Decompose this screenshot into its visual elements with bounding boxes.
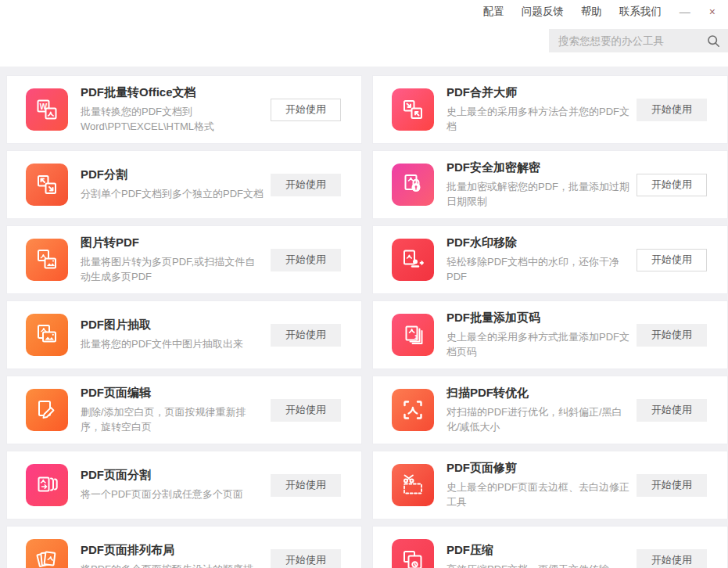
tool-description: 批量加密或解密您的PDF，批量添加过期日期限制 xyxy=(446,179,630,210)
tool-description: 将一个PDF页面分割成任意多个页面 xyxy=(81,487,264,502)
tool-card: PDF水印移除 轻松移除PDF文档中的水印，还你干净PDF 开始使用 xyxy=(372,225,728,294)
tool-description: 批量将您的PDF文件中图片抽取出来 xyxy=(81,336,264,352)
tool-card: PDF页面编辑 删除/添加空白页，页面按规律重新排序，旋转空白页 开始使用 xyxy=(6,376,362,444)
tool-card: PDF图片抽取 批量将您的PDF文件中图片抽取出来 开始使用 xyxy=(6,300,362,369)
tool-title: PDF水印移除 xyxy=(446,235,630,250)
tool-description: 高效压缩PDF文档，更便于文件传输 xyxy=(446,562,630,568)
pdf-compress-icon xyxy=(392,539,434,568)
start-using-button[interactable]: 开始使用 xyxy=(271,474,341,497)
svg-text:1: 1 xyxy=(414,333,418,340)
tool-title: PDF页面修剪 xyxy=(446,461,630,476)
tool-description: 分割单个PDF文档到多个独立的PDF文档 xyxy=(81,186,264,202)
tool-description: 批量转换您的PDF文档到 Word\PPT\EXCEL\HTML格式 xyxy=(81,104,264,135)
pdf-image-extract-icon xyxy=(26,314,68,356)
tool-title: PDF页面编辑 xyxy=(81,386,264,401)
scan-optimize-icon xyxy=(392,389,434,431)
tool-title: PDF批量转Office文档 xyxy=(81,85,264,100)
page-trim-icon xyxy=(392,464,434,506)
tool-card: PDF页面分割 将一个PDF页面分割成任意多个页面 开始使用 xyxy=(6,451,362,519)
start-using-button[interactable]: 开始使用 xyxy=(637,399,707,422)
tool-card-grid: W PDF批量转Office文档 批量转换您的PDF文档到 Word\PPT\E… xyxy=(0,67,728,568)
tool-card: 扫描PDF转优化 对扫描的PDF进行优化，纠斜偏正/黑白化/减低大小 开始使用 xyxy=(372,376,728,444)
start-using-button[interactable]: 开始使用 xyxy=(637,174,707,196)
start-using-button[interactable]: 开始使用 xyxy=(271,324,341,347)
minimize-button[interactable]: — xyxy=(670,4,700,20)
pdf-split-icon xyxy=(26,164,68,206)
watermark-remove-icon xyxy=(392,239,434,281)
tool-card: PDF分割 分割单个PDF文档到多个独立的PDF文档 开始使用 xyxy=(6,150,362,219)
tool-description: 史上最全的PDF页面去边框、去白边修正工具 xyxy=(446,480,630,510)
menu-item-help[interactable]: 帮助 xyxy=(572,2,611,22)
menu-item-config[interactable]: 配置 xyxy=(475,2,513,22)
start-using-button[interactable]: 开始使用 xyxy=(271,99,341,121)
image-to-pdf-icon xyxy=(26,239,68,281)
close-button[interactable]: × xyxy=(700,4,725,20)
tool-card: PDF安全加密解密 批量加密或解密您的PDF，批量添加过期日期限制 开始使用 xyxy=(372,150,728,219)
tool-title: PDF安全加密解密 xyxy=(446,160,630,175)
pdf-to-office-icon: W xyxy=(26,88,68,131)
menubar: 配置 问题反馈 帮助 联系我们 — × xyxy=(475,2,725,22)
start-using-button[interactable]: 开始使用 xyxy=(637,249,707,271)
tool-title: PDF合并大师 xyxy=(446,85,630,100)
tool-title: PDF页面分割 xyxy=(81,468,264,483)
start-using-button[interactable]: 开始使用 xyxy=(271,174,341,196)
tool-description: 删除/添加空白页，页面按规律重新排序，旋转空白页 xyxy=(81,404,264,435)
tool-description: 史上最全的采用多种方式批量添加PDF文档页码 xyxy=(446,329,630,360)
page-split-icon xyxy=(26,464,68,506)
tool-card: PDF合并大师 史上最全的采用多种方法合并您的PDF文档 开始使用 xyxy=(372,75,728,144)
tool-card: 图片转PDF 批量将图片转为多页PDF,或扫描文件自动生成多页PDF 开始使用 xyxy=(6,225,362,294)
page-number-icon: 1 xyxy=(392,314,434,356)
pdf-encrypt-icon xyxy=(392,164,434,206)
tool-description: 将PDF的多个页面按预先设计的顺序排 xyxy=(81,562,264,568)
tool-description: 批量将图片转为多页PDF,或扫描文件自动生成多页PDF xyxy=(81,254,264,285)
tool-card: W PDF批量转Office文档 批量转换您的PDF文档到 Word\PPT\E… xyxy=(6,75,362,144)
menu-item-feedback[interactable]: 问题反馈 xyxy=(513,2,572,22)
tool-description: 轻松移除PDF文档中的水印，还你干净PDF xyxy=(446,254,630,285)
tool-title: PDF分割 xyxy=(81,167,264,182)
start-using-button[interactable]: 开始使用 xyxy=(271,399,341,422)
search-input[interactable] xyxy=(549,35,707,47)
start-using-button[interactable]: 开始使用 xyxy=(271,249,341,271)
tool-description: 史上最全的采用多种方法合并您的PDF文档 xyxy=(446,104,630,135)
start-using-button[interactable]: 开始使用 xyxy=(271,549,341,568)
tool-title: PDF批量添加页码 xyxy=(446,311,630,325)
menu-item-contact[interactable]: 联系我们 xyxy=(611,2,670,22)
tool-card: PDF压缩 高效压缩PDF文档，更便于文件传输 开始使用 xyxy=(372,526,728,568)
tool-title: 扫描PDF转优化 xyxy=(446,386,630,401)
tool-card: PDF页面修剪 史上最全的PDF页面去边框、去白边修正工具 开始使用 xyxy=(372,451,728,519)
tool-card: PDF页面排列布局 将PDF的多个页面按预先设计的顺序排 开始使用 xyxy=(6,526,362,568)
tool-title: PDF图片抽取 xyxy=(81,318,264,333)
start-using-button[interactable]: 开始使用 xyxy=(637,474,707,497)
search-box xyxy=(549,29,728,52)
start-using-button[interactable]: 开始使用 xyxy=(637,99,707,121)
start-using-button[interactable]: 开始使用 xyxy=(637,324,707,347)
tool-title: PDF压缩 xyxy=(446,543,630,558)
tool-title: 图片转PDF xyxy=(81,235,264,250)
tool-card: 1 PDF批量添加页码 史上最全的采用多种方式批量添加PDF文档页码 开始使用 xyxy=(372,300,728,369)
tool-title: PDF页面排列布局 xyxy=(81,543,264,558)
tool-description: 对扫描的PDF进行优化，纠斜偏正/黑白化/减低大小 xyxy=(446,404,630,435)
start-using-button[interactable]: 开始使用 xyxy=(637,549,707,568)
search-icon[interactable] xyxy=(707,34,720,48)
window-header: 配置 问题反馈 帮助 联系我们 — × xyxy=(0,0,728,67)
page-layout-icon xyxy=(26,539,68,568)
page-edit-icon xyxy=(26,389,68,431)
pdf-merge-icon xyxy=(392,88,434,131)
